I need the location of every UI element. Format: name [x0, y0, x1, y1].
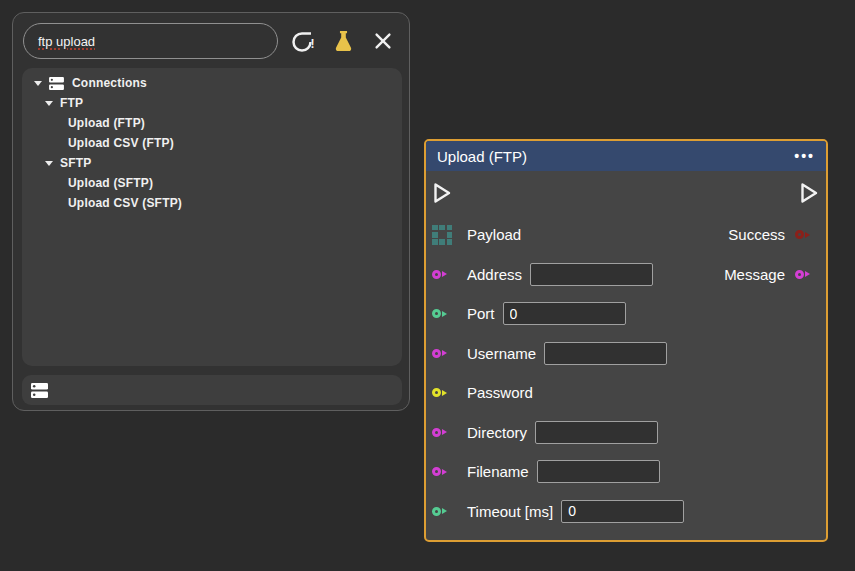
chevron-down-icon[interactable] — [45, 161, 53, 166]
node-row-username: Username — [426, 334, 826, 374]
tree-item-label: Upload CSV (SFTP) — [68, 196, 182, 210]
node-menu-button[interactable]: ••• — [794, 149, 815, 163]
palette-tree: Connections FTP Upload (FTP) Upload CSV … — [22, 68, 402, 366]
port-ring — [795, 270, 804, 279]
flow-in-port[interactable] — [433, 182, 452, 204]
tree-item-connections[interactable]: Connections — [22, 73, 402, 93]
node-row-timeout: Timeout [ms] — [426, 492, 826, 532]
input-label-address: Address — [467, 266, 522, 283]
input-label-filename: Filename — [467, 463, 529, 480]
palette-footer-bar[interactable] — [22, 375, 402, 405]
port-arrow-icon — [442, 271, 447, 277]
port-ring — [432, 349, 441, 358]
close-button[interactable] — [367, 25, 399, 57]
input-label-username: Username — [467, 345, 536, 362]
node-palette-panel: ftp upload ! — [12, 12, 410, 411]
tree-item-label: Upload CSV (FTP) — [68, 136, 174, 150]
node-row-port: Port — [426, 294, 826, 334]
tree-item-sftp[interactable]: SFTP — [22, 153, 402, 173]
input-label-port: Port — [467, 305, 495, 322]
tree-item-upload-ftp[interactable]: Upload (FTP) — [22, 113, 402, 133]
node-row-directory: Directory — [426, 413, 826, 453]
close-icon — [372, 30, 394, 52]
filename-field[interactable] — [537, 460, 660, 483]
filter-flask-button[interactable] — [327, 25, 359, 57]
node-row-password: Password — [426, 373, 826, 413]
input-port-filename[interactable] — [432, 467, 454, 476]
node-row-payload: Payload Success — [426, 215, 826, 255]
node-row-address: Address Message — [426, 255, 826, 295]
port-arrow-icon — [442, 429, 447, 435]
output-port-message[interactable] — [795, 270, 817, 279]
port-arrow-icon — [442, 350, 447, 356]
port-arrow-icon — [442, 469, 447, 475]
input-port-username[interactable] — [432, 349, 454, 358]
palette-search-row: ftp upload ! — [13, 13, 409, 59]
port-ring — [432, 507, 441, 516]
node-editor-canvas[interactable]: ftp upload ! — [0, 0, 855, 571]
input-port-password[interactable] — [432, 388, 454, 397]
search-input[interactable]: ftp upload — [23, 23, 278, 59]
output-message: Message — [724, 266, 817, 283]
node-title-bar[interactable]: Upload (FTP) ••• — [426, 141, 826, 171]
directory-field[interactable] — [535, 421, 658, 444]
server-icon — [31, 383, 48, 398]
input-label-timeout: Timeout [ms] — [467, 503, 553, 520]
port-ring — [432, 388, 441, 397]
port-arrow-icon — [442, 390, 447, 396]
port-arrow-icon — [442, 508, 447, 514]
tree-item-label: Upload (FTP) — [68, 116, 145, 130]
palette-toolbar: ! — [287, 25, 399, 57]
port-arrow-icon — [805, 232, 810, 238]
input-label-payload: Payload — [467, 226, 521, 243]
flow-out-port[interactable] — [800, 182, 819, 204]
address-field[interactable] — [530, 263, 653, 286]
output-port-success[interactable] — [795, 230, 817, 239]
tree-item-upload-sftp[interactable]: Upload (SFTP) — [22, 173, 402, 193]
port-ring — [432, 467, 441, 476]
output-label-success: Success — [728, 226, 785, 243]
port-arrow-icon — [442, 311, 447, 317]
input-label-directory: Directory — [467, 424, 527, 441]
grid-icon — [432, 225, 452, 245]
node-upload-ftp[interactable]: Upload (FTP) ••• Payload Success — [424, 139, 828, 542]
chevron-down-icon[interactable] — [34, 81, 42, 86]
payload-grid-port-icon[interactable] — [432, 225, 454, 245]
search-text: ftp upload — [38, 34, 95, 49]
input-port-timeout[interactable] — [432, 507, 454, 516]
input-label-password: Password — [467, 384, 533, 401]
port-arrow-icon — [805, 271, 810, 277]
port-field[interactable] — [503, 302, 626, 325]
port-ring — [795, 230, 804, 239]
node-flow-row — [426, 171, 826, 215]
username-field[interactable] — [544, 342, 667, 365]
chevron-down-icon[interactable] — [45, 101, 53, 106]
refresh-alert-icon: ! — [290, 28, 316, 54]
tree-item-upload-csv-ftp[interactable]: Upload CSV (FTP) — [22, 133, 402, 153]
tree-item-label: Connections — [72, 76, 147, 90]
tree-item-label: Upload (SFTP) — [68, 176, 153, 190]
node-title: Upload (FTP) — [437, 148, 527, 165]
tree-item-upload-csv-sftp[interactable]: Upload CSV (SFTP) — [22, 193, 402, 213]
port-ring — [432, 309, 441, 318]
timeout-field[interactable] — [561, 500, 684, 523]
node-row-filename: Filename — [426, 452, 826, 492]
input-port-directory[interactable] — [432, 428, 454, 437]
server-icon — [49, 77, 64, 90]
flask-icon — [332, 29, 355, 54]
output-success: Success — [728, 226, 817, 243]
tree-item-ftp[interactable]: FTP — [22, 93, 402, 113]
tree-item-label: SFTP — [60, 156, 91, 170]
input-port-address[interactable] — [432, 270, 454, 279]
output-label-message: Message — [724, 266, 785, 283]
port-ring — [432, 270, 441, 279]
svg-text:!: ! — [311, 37, 315, 51]
refresh-button[interactable]: ! — [287, 25, 319, 57]
input-port-port[interactable] — [432, 309, 454, 318]
tree-item-label: FTP — [60, 96, 83, 110]
port-ring — [432, 428, 441, 437]
